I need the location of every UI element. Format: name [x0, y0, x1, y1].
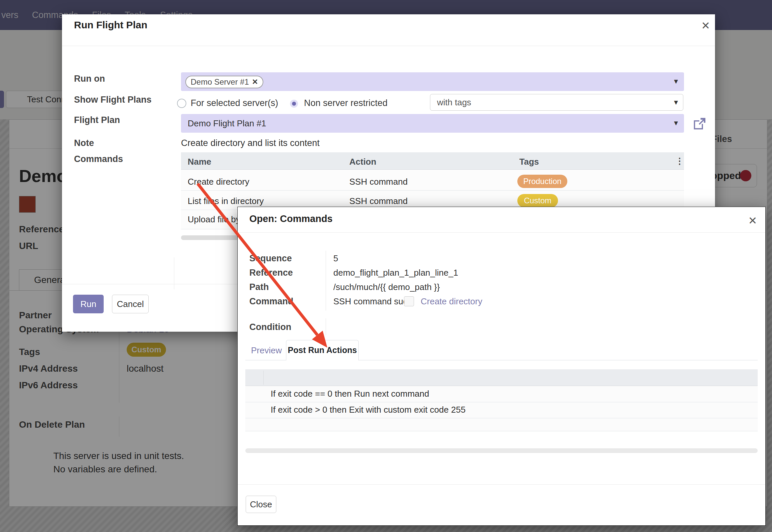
- column-header-action[interactable]: Action: [349, 157, 376, 167]
- flight-plan-select[interactable]: Demo Flight Plan #1: [181, 114, 684, 133]
- column-separator: [174, 257, 174, 289]
- label-run-on: Run on: [74, 74, 105, 84]
- row-divider: [245, 418, 758, 418]
- close-button[interactable]: Close: [246, 496, 276, 513]
- table-row-name[interactable]: List files in directory: [188, 196, 264, 207]
- label-reference: Reference: [249, 268, 293, 278]
- modal-header-divider: [238, 232, 765, 233]
- chevron-down-icon[interactable]: ▼: [673, 99, 679, 106]
- kebab-icon[interactable]: ⋮: [675, 156, 684, 166]
- table-row-name[interactable]: Create directory: [188, 177, 249, 187]
- column-header-tags[interactable]: Tags: [519, 157, 539, 167]
- field-divider: [326, 251, 326, 311]
- column-header-name[interactable]: Name: [188, 157, 211, 167]
- modal-title: Open: Commands: [249, 213, 333, 224]
- table-row-action[interactable]: If exit code == 0 then Run next command: [271, 389, 429, 399]
- chip-remove-icon[interactable]: ✕: [252, 78, 258, 86]
- tags-filter-select[interactable]: with tags: [430, 94, 683, 111]
- radio-label-selected-servers[interactable]: For selected server(s): [191, 98, 278, 109]
- plan-description: Create directory and list its content: [181, 138, 320, 148]
- command-value: SSH command sudo: [333, 296, 413, 307]
- field-divider: [326, 318, 326, 335]
- sequence-value: 5: [333, 253, 338, 264]
- tab-post-run-actions[interactable]: Post Run Actions: [286, 340, 359, 360]
- modal-header-divider: [62, 46, 715, 46]
- server-chip[interactable]: Demo Server #1 ✕: [185, 76, 263, 88]
- path-value: /such/much/{{ demo_path }}: [333, 282, 440, 293]
- table-row-action[interactable]: If exit code > 0 then Exit with custom e…: [271, 405, 466, 415]
- row-divider: [181, 190, 684, 191]
- screen: vers Commands Files Tools Settings Test …: [0, 0, 772, 532]
- row-divider: [245, 402, 758, 402]
- modal-title: Run Flight Plan: [74, 19, 147, 31]
- reference-value: demo_flight_plan_1_plan_line_1: [333, 268, 458, 278]
- label-command: Command: [249, 296, 293, 307]
- label-flight-plan: Flight Plan: [74, 115, 120, 126]
- create-directory-link[interactable]: Create directory: [421, 296, 482, 307]
- cancel-button[interactable]: Cancel: [112, 295, 149, 313]
- chevron-down-icon[interactable]: ▼: [673, 119, 679, 127]
- radio-for-selected-servers[interactable]: [177, 99, 186, 108]
- radio-label-non-restricted[interactable]: Non server restricted: [304, 98, 388, 109]
- horizontal-scrollbar[interactable]: [245, 448, 758, 453]
- external-link-icon[interactable]: [692, 117, 707, 130]
- label-condition: Condition: [249, 322, 291, 333]
- handle-column-separator: [263, 371, 264, 385]
- table-row-action[interactable]: SSH command: [349, 177, 408, 187]
- radio-non-server-restricted[interactable]: [290, 100, 298, 108]
- command-checkbox[interactable]: [404, 296, 414, 306]
- label-show-flight-plans: Show Flight Plans: [74, 95, 152, 105]
- table-row-action[interactable]: SSH command: [349, 196, 408, 207]
- modal-footer-divider: [238, 484, 765, 485]
- close-icon[interactable]: ✕: [745, 213, 760, 228]
- chevron-down-icon[interactable]: ▼: [673, 78, 679, 85]
- server-chip-label: Demo Server #1: [191, 77, 249, 87]
- label-path: Path: [249, 282, 269, 293]
- run-button[interactable]: Run: [73, 295, 104, 313]
- label-sequence: Sequence: [249, 253, 292, 264]
- label-note: Note: [74, 138, 94, 149]
- tag-badge-production: Production: [517, 175, 567, 188]
- row-divider: [245, 431, 758, 431]
- close-icon[interactable]: ✕: [698, 18, 713, 33]
- radio-dot: [292, 102, 296, 106]
- tab-preview[interactable]: Preview: [251, 345, 288, 356]
- actions-table-header: [245, 369, 758, 386]
- label-commands: Commands: [74, 154, 123, 165]
- table-row-name[interactable]: Upload file by: [188, 214, 240, 225]
- plan-table-header: [181, 152, 684, 170]
- tag-badge-custom: Custom: [517, 194, 558, 207]
- open-commands-modal: [237, 207, 766, 526]
